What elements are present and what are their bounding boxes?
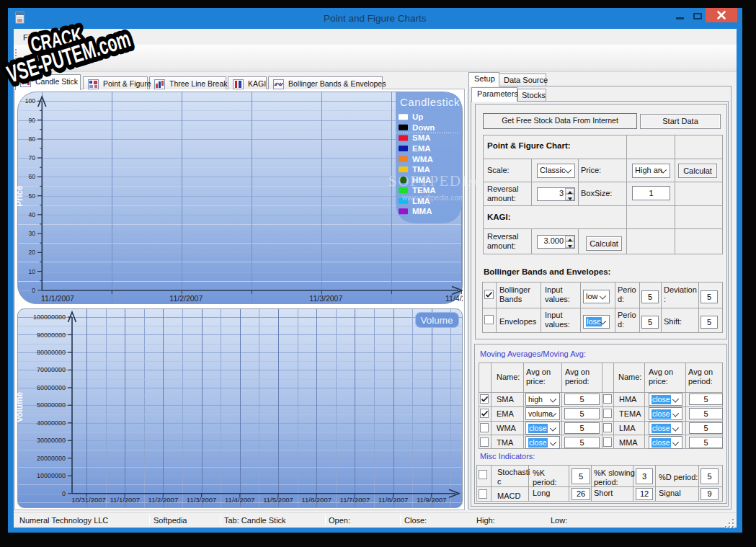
svg-text:Candlestick: Candlestick bbox=[400, 96, 460, 108]
svg-text:50: 50 bbox=[29, 192, 36, 200]
svg-text:11/4/200: 11/4/200 bbox=[445, 294, 463, 303]
svg-text:11/9/2007: 11/9/2007 bbox=[417, 496, 447, 504]
svg-text:11/1/2007: 11/1/2007 bbox=[110, 496, 140, 504]
svg-text:0: 0 bbox=[32, 287, 35, 294]
svg-text:11/7/2007: 11/7/2007 bbox=[340, 496, 370, 504]
svg-text:11/6/2007: 11/6/2007 bbox=[301, 496, 332, 504]
svg-text:11/3/2007: 11/3/2007 bbox=[309, 294, 342, 303]
svg-text:EMA: EMA bbox=[412, 144, 431, 153]
svg-text:WMA: WMA bbox=[412, 155, 433, 164]
svg-text:Down: Down bbox=[412, 123, 435, 132]
svg-text:10000000: 10000000 bbox=[37, 472, 66, 479]
svg-text:40: 40 bbox=[29, 211, 36, 218]
svg-text:60000000: 60000000 bbox=[37, 384, 66, 391]
svg-text:11/3/2007: 11/3/2007 bbox=[187, 496, 217, 504]
svg-text:11/2/2007: 11/2/2007 bbox=[169, 294, 203, 303]
svg-text:30000000: 30000000 bbox=[37, 437, 66, 444]
svg-text:Price: Price bbox=[17, 185, 25, 207]
svg-text:70000000: 70000000 bbox=[37, 366, 66, 373]
svg-text:20: 20 bbox=[29, 249, 36, 256]
svg-text:30: 30 bbox=[29, 230, 36, 237]
svg-text:20000000: 20000000 bbox=[37, 455, 66, 462]
svg-text:11/1/2007: 11/1/2007 bbox=[41, 294, 74, 303]
svg-text:40000000: 40000000 bbox=[37, 419, 66, 427]
svg-text:0: 0 bbox=[62, 490, 66, 497]
svg-text:10/31/2007: 10/31/2007 bbox=[71, 496, 106, 504]
svg-text:60: 60 bbox=[29, 173, 36, 180]
svg-text:Up: Up bbox=[412, 112, 423, 121]
svg-text:11/5/2007: 11/5/2007 bbox=[263, 496, 293, 504]
svg-text:Volume: Volume bbox=[420, 315, 453, 326]
svg-text:11/4/2007: 11/4/2007 bbox=[225, 496, 255, 504]
svg-text:50000000: 50000000 bbox=[37, 401, 66, 409]
svg-text:80000000: 80000000 bbox=[37, 349, 66, 356]
svg-text:SMA: SMA bbox=[412, 133, 431, 142]
svg-text:Volume: Volume bbox=[17, 391, 25, 422]
svg-text:100000000: 100000000 bbox=[33, 313, 66, 321]
svg-text:MMA: MMA bbox=[412, 207, 432, 215]
svg-text:90000000: 90000000 bbox=[37, 332, 66, 339]
svg-text:11/2/2007: 11/2/2007 bbox=[148, 496, 179, 504]
svg-text:11/8/2007: 11/8/2007 bbox=[378, 496, 409, 504]
svg-text:10: 10 bbox=[29, 268, 36, 275]
